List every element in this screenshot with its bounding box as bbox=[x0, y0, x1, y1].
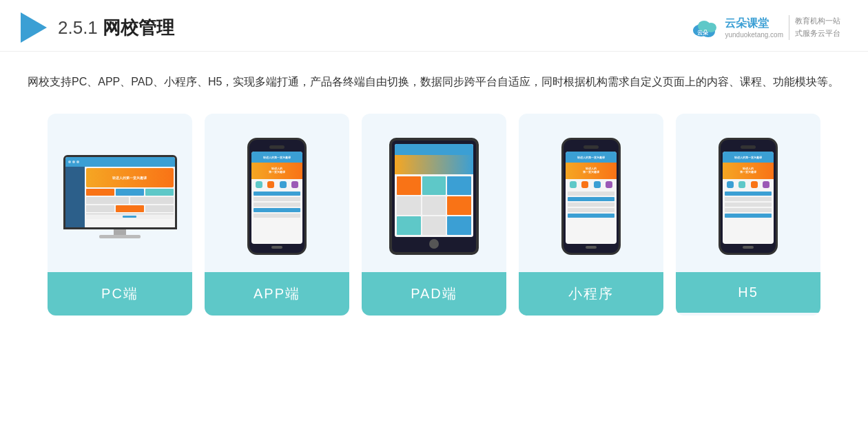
phone-icon-mini bbox=[594, 181, 601, 188]
brand-url: yunduoketang.com bbox=[725, 31, 783, 39]
card-app-label: APP端 bbox=[205, 272, 349, 316]
brand-text: 云朵课堂 yunduoketang.com bbox=[725, 17, 783, 39]
pad-home bbox=[429, 239, 439, 249]
pc-row3 bbox=[86, 205, 174, 212]
phone-top-mini: 轻进人的第一堂兴趣课 bbox=[566, 152, 617, 163]
device-pc: 轻进人的第一堂兴趣课 bbox=[63, 155, 177, 238]
card-miniprogram-label: 小程序 bbox=[519, 272, 663, 316]
pc-block bbox=[86, 197, 130, 204]
logo-arrow-icon bbox=[21, 12, 47, 43]
brand-slogan: 教育机构一站 式服务云平台 bbox=[795, 15, 840, 39]
pc-block bbox=[116, 205, 144, 212]
pc-base bbox=[99, 235, 141, 238]
device-miniprogram: 轻进人的第一堂兴趣课 轻进人的第一堂兴趣课 bbox=[561, 138, 621, 255]
phone-row bbox=[254, 208, 300, 212]
pc-row1 bbox=[86, 189, 174, 196]
phone-row-h5 bbox=[725, 192, 772, 196]
phone-notch bbox=[269, 145, 285, 149]
cloud-icon: 云朵 bbox=[690, 17, 719, 39]
phone-home-h5 bbox=[743, 246, 754, 249]
brand-logo: 云朵 云朵课堂 yunduoketang.com 教育机构一站 式服务云平台 bbox=[690, 15, 840, 40]
title-text: 网校管理 bbox=[103, 17, 174, 38]
phone-top: 轻进人的第一堂兴趣课 bbox=[251, 152, 302, 163]
pc-banner: 轻进人的第一堂兴趣课 bbox=[86, 168, 174, 187]
brand-divider bbox=[789, 15, 789, 40]
pc-dot3 bbox=[76, 161, 79, 163]
phone-row bbox=[254, 214, 300, 218]
phone-icon bbox=[280, 181, 287, 188]
header: 2.5.1 网校管理 云朵 云朵课堂 yunduoketang.com 教育机构… bbox=[0, 0, 868, 52]
phone-icons bbox=[251, 179, 302, 190]
brand-name: 云朵课堂 bbox=[725, 17, 783, 31]
phone-icons-h5 bbox=[723, 179, 774, 190]
pad-screen bbox=[395, 144, 473, 237]
brand-row: 云朵 云朵课堂 yunduoketang.com 教育机构一站 式服务云平台 bbox=[690, 15, 840, 40]
svg-text:云朵: 云朵 bbox=[697, 30, 709, 36]
phone-row-mini bbox=[568, 208, 614, 212]
card-miniprogram-image: 轻进人的第一堂兴趣课 轻进人的第一堂兴趣课 bbox=[519, 114, 663, 272]
card-h5: 轻进人的第一堂兴趣课 轻进人的第一堂兴趣课 bbox=[676, 114, 820, 316]
pad-cell bbox=[422, 176, 446, 195]
pc-block bbox=[86, 189, 114, 196]
phone-icon-mini bbox=[581, 181, 588, 188]
pc-dot2 bbox=[72, 161, 75, 163]
phone-icon-h5 bbox=[727, 181, 734, 188]
phone-content bbox=[251, 190, 302, 244]
pc-stand bbox=[114, 229, 126, 235]
phone-row-mini bbox=[568, 203, 614, 207]
phone-banner-mini: 轻进人的第一堂兴趣课 bbox=[566, 163, 617, 179]
pc-dot1 bbox=[68, 161, 71, 163]
device-pad bbox=[389, 138, 479, 255]
pc-block bbox=[86, 205, 114, 212]
pc-block bbox=[116, 189, 144, 196]
phone-row-mini bbox=[568, 214, 614, 218]
page-title: 2.5.1 网校管理 bbox=[58, 16, 174, 40]
card-h5-label: H5 bbox=[676, 272, 820, 313]
phone-icons-mini bbox=[566, 179, 617, 190]
pc-row2 bbox=[86, 197, 174, 204]
pc-block bbox=[130, 197, 174, 204]
phone-screen-mini: 轻进人的第一堂兴趣课 轻进人的第一堂兴趣课 bbox=[566, 152, 617, 244]
phone-icon bbox=[256, 181, 262, 188]
pc-screen-body: 轻进人的第一堂兴趣课 bbox=[65, 167, 175, 227]
pc-screen: 轻进人的第一堂兴趣课 bbox=[65, 157, 175, 227]
pad-cell bbox=[397, 176, 421, 195]
phone-row bbox=[254, 192, 300, 196]
phone-body-mini: 轻进人的第一堂兴趣课 轻进人的第一堂兴趣课 bbox=[561, 138, 621, 255]
card-pc-image: 轻进人的第一堂兴趣课 bbox=[48, 114, 192, 272]
device-app: 轻进人的第一堂兴趣课 轻进人的第一堂兴趣课 bbox=[247, 138, 307, 255]
card-pad-image bbox=[362, 114, 506, 272]
pad-cell bbox=[397, 216, 421, 235]
phone-icon-h5 bbox=[738, 181, 745, 188]
card-pad: PAD端 bbox=[362, 114, 506, 316]
phone-row-h5 bbox=[725, 214, 772, 218]
pc-block bbox=[145, 205, 174, 212]
phone-content-h5 bbox=[723, 190, 774, 244]
phone-icon-h5 bbox=[763, 181, 769, 188]
card-pad-label: PAD端 bbox=[362, 272, 506, 316]
pc-sidebar bbox=[65, 167, 85, 227]
phone-icon-h5 bbox=[751, 181, 758, 188]
card-miniprogram: 轻进人的第一堂兴趣课 轻进人的第一堂兴趣课 bbox=[519, 114, 663, 316]
pc-content: 轻进人的第一堂兴趣课 bbox=[85, 167, 175, 227]
phone-home-mini bbox=[586, 246, 597, 249]
pc-logo-sm bbox=[123, 216, 136, 218]
phone-icon-mini bbox=[606, 181, 612, 188]
section-number: 2.5.1 bbox=[58, 17, 98, 38]
card-pc: 轻进人的第一堂兴趣课 bbox=[48, 114, 192, 316]
pad-cell bbox=[422, 216, 446, 235]
pad-grid bbox=[395, 174, 473, 237]
phone-row-h5 bbox=[725, 208, 772, 212]
phone-content-mini bbox=[566, 190, 617, 244]
phone-row bbox=[254, 203, 300, 207]
pad-banner bbox=[395, 155, 473, 174]
phone-row-h5 bbox=[725, 197, 772, 201]
phone-body-h5: 轻进人的第一堂兴趣课 轻进人的第一堂兴趣课 bbox=[719, 138, 778, 255]
phone-icon bbox=[291, 181, 298, 188]
pad-cell bbox=[422, 196, 446, 215]
pc-monitor: 轻进人的第一堂兴趣课 bbox=[63, 155, 177, 229]
pad-body bbox=[389, 138, 479, 255]
phone-banner-h5: 轻进人的第一堂兴趣课 bbox=[723, 163, 774, 179]
card-app: 轻进人的第一堂兴趣课 轻进人的第一堂兴趣课 bbox=[205, 114, 349, 316]
cards-area: 轻进人的第一堂兴趣课 bbox=[0, 107, 868, 336]
